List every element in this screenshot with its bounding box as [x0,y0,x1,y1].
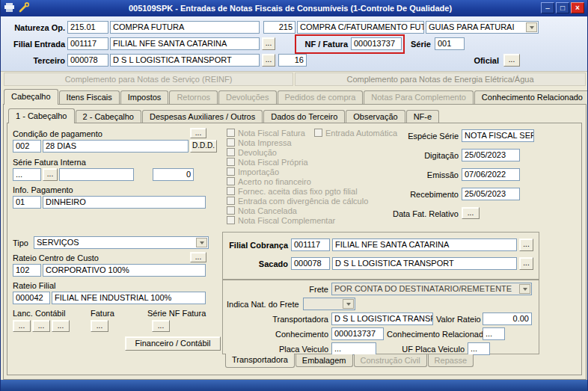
natureza-op-name-field[interactable]: COMPRA FUTURA [110,21,260,34]
conhecimento-relacionado-field[interactable]: ... [483,327,505,340]
terceiro-name-field[interactable]: D S L LOGISTICA TRANSPORT [110,54,260,67]
serie-fatura-interna-label: Série Fatura Interna [13,158,86,167]
lanc-contabil-button-1[interactable]: ... [13,320,31,332]
recebimento-field[interactable]: 25/05/2023 [462,188,520,200]
filial-cobranca-lookup-button[interactable]: ... [519,238,533,251]
tipo-label: Tipo [13,238,28,248]
tab-impostos[interactable]: Impostos [120,90,169,104]
tab-pedidos-compra: Pedidos de compra [278,90,364,104]
checkbox-nota-cancelada [227,206,235,215]
subtab-observacao[interactable]: Observação [346,110,405,123]
complemento-energia-header[interactable]: Complemento para Notas de Energia Elétri… [295,73,586,86]
especie-serie-field[interactable]: NOTA FISCAL SER [462,129,534,142]
natureza-op-name2-field[interactable]: COMPRA C/FATURAMENTO FUTURO [297,21,424,34]
oficial-lookup-button[interactable]: ... [503,54,520,67]
chevron-down-icon[interactable] [526,22,537,32]
tab-cabecalho[interactable]: Cabeçalho [4,89,58,105]
info-pagamento-name-field[interactable]: DINHEIRO [43,196,206,209]
terceiro-label: Terceiro [5,56,65,66]
data-fat-relativo-button[interactable]: ... [462,207,480,219]
rateio-cc-name-field[interactable]: CORPORATIVO 100% [43,264,206,277]
frete-select: POR CONTA DO DESTINATARIO/REMETENTE [331,283,532,295]
subtab-2-cabecalho[interactable]: 2 - Cabeçalho [76,110,142,123]
indica-nat-frete-select [303,298,355,310]
tab-embalagem[interactable]: Embalagem [295,354,353,367]
natureza-op-code2-field[interactable]: 215 [263,21,295,34]
tipo-select[interactable]: SERVIÇOS [34,236,209,249]
emissao-field[interactable]: 07/06/2022 [462,168,520,181]
conhecimento-label: Conhecimento [261,330,328,339]
transportadora-field[interactable]: D S L LOGISTICA TRANSPOI [331,313,433,325]
condicao-code-field[interactable]: 002 [13,140,41,153]
terceiro-loja-field[interactable]: 16 [278,54,307,67]
natureza-tipo-select[interactable]: GUIAS PARA FATURAI [426,21,539,34]
tab-conhecimento-relacionado[interactable]: Conhecimento Relacionado [474,90,588,104]
tab-itens-fiscais[interactable]: Itens Fiscais [59,90,120,104]
rateio-cc-lookup-button[interactable]: ... [190,252,206,262]
sub-tabs: 1 - Cabeçalho 2 - Cabeçalho Despesas Aux… [8,108,440,123]
main-tabs: Cabeçalho Itens Fiscais Impostos Retorno… [4,89,588,105]
tab-transportadora[interactable]: Transportadora [225,354,295,368]
rateio-filial-label: Rateio Filial [13,281,55,291]
checkbox-nota-fiscal-complementar [227,216,235,224]
close-button[interactable]: × [571,2,584,13]
checkbox-label: Nota Impressa [238,138,292,148]
sacado-name-field[interactable]: D S L LOGISTICA TRANSPORT [332,257,517,270]
natureza-op-code-field[interactable]: 215.01 [67,21,108,34]
filial-lookup-button[interactable]: ... [262,37,275,50]
terceiro-code-field[interactable]: 000078 [67,54,108,67]
rateio-cc-code-field[interactable]: 102 [13,264,41,277]
especie-serie-label: Espécie Série [367,132,459,141]
serie-fatura-field-2[interactable] [59,168,134,181]
checkbox-label: Nota Cancelada [238,206,297,216]
filial-cobranca-code-field[interactable]: 001117 [291,238,330,251]
subtab-dados-terceiro[interactable]: Dados do Terceiro [263,110,345,123]
filial-entrada-name-field[interactable]: FILIAL NFE SANTA CATARINA [110,37,260,50]
serie-nf-fatura-label: Série NF Fatura [147,309,206,318]
lanc-contabil-button-3[interactable]: ... [52,320,70,332]
filial-cobranca-name-field[interactable]: FILIAL NFE SANTA CATARINA [332,238,517,251]
terceiro-lookup-button[interactable]: ... [262,54,275,67]
maximize-button[interactable]: □ [556,2,569,13]
sacado-code-field[interactable]: 000078 [291,257,330,270]
serie-fatura-field-3[interactable]: 0 [153,168,194,181]
checkbox-label: Acerto no financeiro [238,177,311,187]
filial-entrada-code-field[interactable]: 001117 [67,37,108,50]
rateio-filial-name-field[interactable]: FILIAL NFE INDUSTRIAL 100% [52,292,206,304]
sacado-lookup-button[interactable]: ... [519,257,533,270]
printer-icon[interactable] [4,2,15,14]
checkbox-label: Importação [238,167,279,177]
condicao-pagamento-label: Condição de pagamento [13,129,102,139]
checkbox-label: Nota Fiscal Própria [238,158,308,167]
condicao-name-field[interactable]: 28 DIAS [43,140,189,153]
checkbox-fornec-dias-fixo [227,187,235,195]
chevron-down-icon [519,284,530,294]
complemento-reinf-header: Complemento para Notas de Serviço (REINF… [4,73,293,86]
valor-rateio-label: Valor Rateio [436,315,480,324]
fatura-button[interactable]: ... [91,320,108,332]
minimize-button[interactable]: – [541,2,554,13]
filial-entrada-label: Filial Entrada [5,40,65,49]
condicao-lookup-button[interactable]: ... [190,128,206,138]
serie-nf-fatura-button[interactable]: ... [152,320,170,332]
ddd-button[interactable]: D.D.D. [190,140,217,153]
serie-fatura-field-1[interactable]: ... [13,168,41,181]
checkbox-acerto-financeiro [227,177,235,185]
data-fat-relativo-label: Data Fat. Relativo [360,209,459,219]
subtab-despesas[interactable]: Despesas Auxiliares / Outros [142,110,263,123]
serie-fatura-lookup-button[interactable]: ... [43,168,58,181]
lanc-contabil-button-2[interactable]: ... [32,320,50,332]
wrench-icon[interactable] [19,2,30,14]
subtab-1-cabecalho[interactable]: 1 - Cabeçalho [8,108,75,123]
rateio-filial-code-field[interactable]: 000042 [13,292,50,304]
recebimento-label: Recebimento [367,190,459,200]
digitacao-label: Digitação [367,151,459,161]
conhecimento-field[interactable]: 000013737 [331,327,384,340]
chevron-down-icon[interactable] [196,238,207,247]
digitacao-field[interactable]: 25/05/2023 [462,149,520,161]
financeiro-contabil-button[interactable]: Financeiro / Contábil [125,336,221,351]
serie-field[interactable]: 001 [435,37,465,50]
info-pagamento-code-field[interactable]: 01 [13,196,41,209]
valor-rateio-field[interactable]: 0.00 [483,313,532,325]
subtab-nfe[interactable]: NF-e [406,110,439,123]
